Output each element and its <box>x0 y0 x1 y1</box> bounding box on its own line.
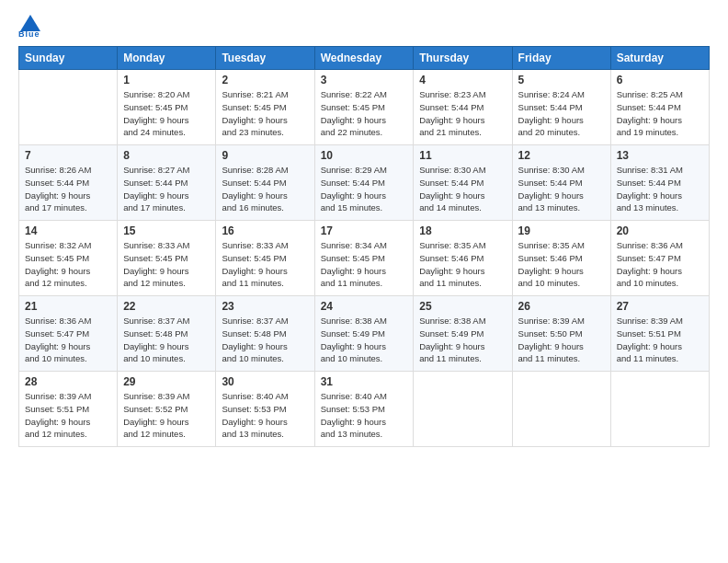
day-info: Sunrise: 8:33 AM Sunset: 5:45 PM Dayligh… <box>123 239 210 290</box>
calendar-cell: 7Sunrise: 8:26 AM Sunset: 5:44 PM Daylig… <box>19 145 118 221</box>
day-info: Sunrise: 8:28 AM Sunset: 5:44 PM Dayligh… <box>222 164 308 214</box>
calendar-cell: 9Sunrise: 8:28 AM Sunset: 5:44 PM Daylig… <box>216 145 314 221</box>
day-info: Sunrise: 8:27 AM Sunset: 5:44 PM Dayligh… <box>123 164 210 214</box>
day-number: 15 <box>123 224 210 237</box>
day-info: Sunrise: 8:30 AM Sunset: 5:44 PM Dayligh… <box>419 164 506 214</box>
calendar-cell: 13Sunrise: 8:31 AM Sunset: 5:44 PM Dayli… <box>610 145 709 221</box>
day-info: Sunrise: 8:30 AM Sunset: 5:44 PM Dayligh… <box>518 164 605 214</box>
calendar-cell: 14Sunrise: 8:32 AM Sunset: 5:45 PM Dayli… <box>19 221 118 296</box>
calendar-cell: 11Sunrise: 8:30 AM Sunset: 5:44 PM Dayli… <box>414 145 512 221</box>
calendar-cell: 8Sunrise: 8:27 AM Sunset: 5:44 PM Daylig… <box>118 145 216 221</box>
day-info: Sunrise: 8:20 AM Sunset: 5:45 PM Dayligh… <box>123 88 210 139</box>
day-info: Sunrise: 8:39 AM Sunset: 5:52 PM Dayligh… <box>123 390 210 441</box>
weekday-header-wednesday: Wednesday <box>314 47 414 70</box>
weekday-header-saturday: Saturday <box>610 47 709 70</box>
calendar-week-2: 7Sunrise: 8:26 AM Sunset: 5:44 PM Daylig… <box>19 145 710 221</box>
calendar-cell: 10Sunrise: 8:29 AM Sunset: 5:44 PM Dayli… <box>314 145 414 221</box>
day-info: Sunrise: 8:37 AM Sunset: 5:48 PM Dayligh… <box>123 315 210 365</box>
day-number: 11 <box>419 149 506 162</box>
day-number: 1 <box>123 74 210 86</box>
calendar-cell: 21Sunrise: 8:36 AM Sunset: 5:47 PM Dayli… <box>19 296 118 372</box>
weekday-header-monday: Monday <box>118 47 216 70</box>
day-number: 23 <box>222 300 308 313</box>
calendar-week-3: 14Sunrise: 8:32 AM Sunset: 5:45 PM Dayli… <box>19 221 710 296</box>
day-info: Sunrise: 8:34 AM Sunset: 5:45 PM Dayligh… <box>321 239 408 290</box>
day-info: Sunrise: 8:35 AM Sunset: 5:46 PM Dayligh… <box>518 239 605 290</box>
day-number: 24 <box>321 300 408 313</box>
day-info: Sunrise: 8:38 AM Sunset: 5:49 PM Dayligh… <box>321 315 408 365</box>
calendar-cell: 26Sunrise: 8:39 AM Sunset: 5:50 PM Dayli… <box>512 296 610 372</box>
calendar-cell <box>414 372 512 447</box>
calendar-cell: 30Sunrise: 8:40 AM Sunset: 5:53 PM Dayli… <box>216 372 314 447</box>
calendar-week-5: 28Sunrise: 8:39 AM Sunset: 5:51 PM Dayli… <box>19 372 710 447</box>
calendar-cell: 2Sunrise: 8:21 AM Sunset: 5:45 PM Daylig… <box>216 70 314 145</box>
day-info: Sunrise: 8:26 AM Sunset: 5:44 PM Dayligh… <box>25 164 111 214</box>
day-number: 29 <box>123 375 210 388</box>
day-info: Sunrise: 8:24 AM Sunset: 5:44 PM Dayligh… <box>518 88 605 139</box>
day-info: Sunrise: 8:23 AM Sunset: 5:44 PM Dayligh… <box>419 88 506 139</box>
day-info: Sunrise: 8:29 AM Sunset: 5:44 PM Dayligh… <box>321 164 408 214</box>
day-number: 3 <box>321 74 408 86</box>
day-info: Sunrise: 8:25 AM Sunset: 5:44 PM Dayligh… <box>617 88 703 139</box>
calendar-cell <box>610 372 709 447</box>
calendar-cell: 1Sunrise: 8:20 AM Sunset: 5:45 PM Daylig… <box>118 70 216 145</box>
day-number: 28 <box>25 375 111 388</box>
day-info: Sunrise: 8:39 AM Sunset: 5:51 PM Dayligh… <box>25 390 111 441</box>
calendar-cell: 6Sunrise: 8:25 AM Sunset: 5:44 PM Daylig… <box>610 70 709 145</box>
day-number: 18 <box>419 224 506 237</box>
weekday-header-tuesday: Tuesday <box>216 47 314 70</box>
day-number: 9 <box>222 149 308 162</box>
calendar-cell: 16Sunrise: 8:33 AM Sunset: 5:45 PM Dayli… <box>216 221 314 296</box>
day-number: 13 <box>617 149 703 162</box>
day-number: 7 <box>25 149 111 162</box>
logo: Blue <box>18 15 40 39</box>
day-info: Sunrise: 8:35 AM Sunset: 5:46 PM Dayligh… <box>419 239 506 290</box>
logo-tagline: Blue <box>18 29 40 39</box>
day-number: 31 <box>321 375 408 388</box>
day-number: 17 <box>321 224 408 237</box>
day-number: 22 <box>123 300 210 313</box>
page: Blue SundayMondayTuesdayWednesdayThursda… <box>0 0 728 563</box>
calendar-cell <box>19 70 118 145</box>
day-info: Sunrise: 8:32 AM Sunset: 5:45 PM Dayligh… <box>25 239 111 290</box>
day-info: Sunrise: 8:40 AM Sunset: 5:53 PM Dayligh… <box>321 390 408 441</box>
day-number: 5 <box>518 74 605 86</box>
calendar-cell: 18Sunrise: 8:35 AM Sunset: 5:46 PM Dayli… <box>414 221 512 296</box>
weekday-header-sunday: Sunday <box>19 47 118 70</box>
weekday-header-friday: Friday <box>512 47 610 70</box>
calendar-table: SundayMondayTuesdayWednesdayThursdayFrid… <box>18 46 710 447</box>
day-number: 27 <box>617 300 703 313</box>
calendar-cell: 20Sunrise: 8:36 AM Sunset: 5:47 PM Dayli… <box>610 221 709 296</box>
day-info: Sunrise: 8:36 AM Sunset: 5:47 PM Dayligh… <box>617 239 703 290</box>
calendar-cell: 12Sunrise: 8:30 AM Sunset: 5:44 PM Dayli… <box>512 145 610 221</box>
day-info: Sunrise: 8:40 AM Sunset: 5:53 PM Dayligh… <box>222 390 308 441</box>
day-info: Sunrise: 8:22 AM Sunset: 5:45 PM Dayligh… <box>321 88 408 139</box>
calendar-cell: 3Sunrise: 8:22 AM Sunset: 5:45 PM Daylig… <box>314 70 414 145</box>
calendar-cell: 22Sunrise: 8:37 AM Sunset: 5:48 PM Dayli… <box>118 296 216 372</box>
day-number: 4 <box>419 74 506 86</box>
day-info: Sunrise: 8:39 AM Sunset: 5:51 PM Dayligh… <box>617 315 703 365</box>
day-info: Sunrise: 8:37 AM Sunset: 5:48 PM Dayligh… <box>222 315 308 365</box>
day-number: 6 <box>617 74 703 86</box>
calendar-cell: 31Sunrise: 8:40 AM Sunset: 5:53 PM Dayli… <box>314 372 414 447</box>
day-number: 16 <box>222 224 308 237</box>
calendar-cell: 23Sunrise: 8:37 AM Sunset: 5:48 PM Dayli… <box>216 296 314 372</box>
calendar-cell: 28Sunrise: 8:39 AM Sunset: 5:51 PM Dayli… <box>19 372 118 447</box>
calendar-cell: 29Sunrise: 8:39 AM Sunset: 5:52 PM Dayli… <box>118 372 216 447</box>
calendar-cell: 27Sunrise: 8:39 AM Sunset: 5:51 PM Dayli… <box>610 296 709 372</box>
calendar-body: 1Sunrise: 8:20 AM Sunset: 5:45 PM Daylig… <box>19 70 710 447</box>
day-number: 12 <box>518 149 605 162</box>
day-info: Sunrise: 8:33 AM Sunset: 5:45 PM Dayligh… <box>222 239 308 290</box>
day-number: 25 <box>419 300 506 313</box>
calendar-week-4: 21Sunrise: 8:36 AM Sunset: 5:47 PM Dayli… <box>19 296 710 372</box>
header: Blue <box>18 15 710 39</box>
day-info: Sunrise: 8:36 AM Sunset: 5:47 PM Dayligh… <box>25 315 111 365</box>
calendar-cell: 4Sunrise: 8:23 AM Sunset: 5:44 PM Daylig… <box>414 70 512 145</box>
weekday-header-row: SundayMondayTuesdayWednesdayThursdayFrid… <box>19 47 710 70</box>
calendar-cell: 5Sunrise: 8:24 AM Sunset: 5:44 PM Daylig… <box>512 70 610 145</box>
calendar-cell: 25Sunrise: 8:38 AM Sunset: 5:49 PM Dayli… <box>414 296 512 372</box>
calendar-cell <box>512 372 610 447</box>
day-number: 14 <box>25 224 111 237</box>
day-info: Sunrise: 8:38 AM Sunset: 5:49 PM Dayligh… <box>419 315 506 365</box>
calendar-cell: 24Sunrise: 8:38 AM Sunset: 5:49 PM Dayli… <box>314 296 414 372</box>
